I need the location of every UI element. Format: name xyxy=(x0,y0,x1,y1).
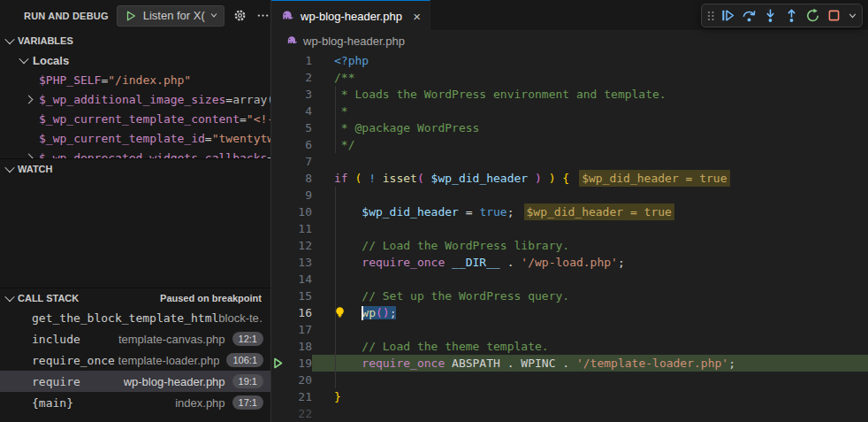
code-editor[interactable]: 1<?php2/**3 * Loads the WordPress enviro… xyxy=(271,50,868,422)
glyph-margin[interactable] xyxy=(271,271,286,288)
line-number[interactable]: 22 xyxy=(286,405,312,422)
line-number[interactable]: 12 xyxy=(286,237,312,254)
code-line[interactable]: 18 // Load the theme template. xyxy=(271,338,868,355)
glyph-margin[interactable] xyxy=(271,153,286,170)
code-line[interactable]: 5 * @package WordPress xyxy=(271,119,868,136)
step-over-icon[interactable] xyxy=(739,5,759,26)
code-line[interactable]: 6 */ xyxy=(271,136,868,153)
code-line[interactable]: 14 xyxy=(271,271,868,288)
code-line[interactable]: 15 // Set up the WordPress query. xyxy=(271,288,868,304)
continue-icon[interactable] xyxy=(718,5,738,26)
line-number[interactable]: 18 xyxy=(286,338,312,355)
line-number[interactable]: 20 xyxy=(286,372,312,388)
code-line[interactable]: 1<?php xyxy=(271,52,868,69)
line-number[interactable]: 4 xyxy=(286,103,312,119)
glyph-margin[interactable] xyxy=(271,220,286,237)
debug-start-icon[interactable] xyxy=(122,7,140,25)
breadcrumb[interactable]: wp-blog-header.php xyxy=(271,31,868,50)
line-number[interactable]: 2 xyxy=(286,69,312,86)
glyph-margin[interactable] xyxy=(271,355,286,372)
glyph-margin[interactable] xyxy=(271,103,286,119)
variables-section-header[interactable]: VARIABLES xyxy=(0,31,270,50)
call-stack-frame[interactable]: {main}index.php17:1 xyxy=(0,392,270,413)
call-stack-frame[interactable]: get_the_block_template_htmlblock-te… xyxy=(0,307,270,328)
code-line[interactable]: 2/** xyxy=(271,69,868,86)
code-line[interactable]: 7 xyxy=(271,153,868,170)
code-line[interactable]: 9 xyxy=(271,187,868,203)
code-line[interactable]: 21} xyxy=(271,388,868,405)
code-line[interactable]: 13 require_once __DIR__ . '/wp-load.php'… xyxy=(271,254,868,271)
glyph-margin[interactable] xyxy=(271,304,286,321)
code-line[interactable]: 11 xyxy=(271,220,868,237)
call-stack-frame[interactable]: includetemplate-canvas.php12:1 xyxy=(0,328,270,349)
code-line[interactable]: 8if ( ! isset( $wp_did_header ) ) {$wp_d… xyxy=(271,170,868,187)
drag-grip-icon[interactable] xyxy=(704,5,717,26)
restart-icon[interactable] xyxy=(803,5,823,26)
glyph-margin[interactable] xyxy=(271,372,286,388)
glyph-margin[interactable] xyxy=(271,69,286,86)
glyph-margin[interactable] xyxy=(271,119,286,136)
stop-icon[interactable] xyxy=(824,5,844,26)
close-icon[interactable]: × xyxy=(413,10,421,23)
glyph-margin[interactable] xyxy=(271,203,286,220)
code-line[interactable]: 22 xyxy=(271,405,868,422)
code-line[interactable]: 3 * Loads the WordPress environment and … xyxy=(271,86,868,103)
line-number[interactable]: 10 xyxy=(286,203,312,220)
line-number[interactable]: 9 xyxy=(286,187,312,203)
call-stack-section-header[interactable]: CALL STACK Paused on breakpoint xyxy=(0,288,270,307)
call-stack-frame[interactable]: require_oncetemplate-loader.php106:1 xyxy=(0,349,270,371)
code-line[interactable]: 10 $wp_did_header = true;$wp_did_header … xyxy=(271,203,868,220)
line-number[interactable]: 17 xyxy=(286,321,312,338)
line-number[interactable]: 21 xyxy=(286,388,312,405)
ellipsis-icon[interactable] xyxy=(255,7,271,25)
line-number[interactable]: 3 xyxy=(286,86,312,103)
code-token xyxy=(424,172,431,185)
line-number[interactable]: 1 xyxy=(286,52,312,69)
step-out-icon[interactable] xyxy=(781,5,802,26)
scope-locals[interactable]: Locals xyxy=(0,50,270,70)
variable-row[interactable]: $_wp_deprecated_widgets_callbacks = arr… xyxy=(0,148,270,158)
code-line[interactable]: 17 xyxy=(271,321,868,338)
glyph-margin[interactable] xyxy=(271,288,286,304)
chevron-down-icon[interactable] xyxy=(845,5,859,26)
code-line[interactable]: 20 xyxy=(271,372,868,388)
glyph-margin[interactable] xyxy=(271,136,286,153)
step-into-icon[interactable] xyxy=(760,5,780,26)
glyph-margin[interactable] xyxy=(271,170,286,187)
watch-section-header[interactable]: WATCH xyxy=(0,158,270,178)
glyph-margin[interactable] xyxy=(271,52,286,69)
line-number[interactable]: 14 xyxy=(286,271,312,288)
glyph-margin[interactable] xyxy=(271,321,286,338)
line-number[interactable]: 5 xyxy=(286,119,312,136)
line-number[interactable]: 6 xyxy=(286,136,312,153)
line-number[interactable]: 16 xyxy=(286,304,312,321)
variable-row[interactable]: $PHP_SELF = "/index.php" xyxy=(0,70,270,89)
glyph-margin[interactable] xyxy=(271,237,286,254)
variable-row[interactable]: $_wp_additional_image_sizes = array(2) xyxy=(0,89,270,109)
glyph-margin[interactable] xyxy=(271,388,286,405)
tab-wp-blog-header[interactable]: wp-blog-header.php × xyxy=(271,0,430,31)
gear-icon[interactable] xyxy=(232,7,249,25)
line-number[interactable]: 15 xyxy=(286,288,312,304)
code-line[interactable]: 19 require_once ABSPATH . WPINC . '/temp… xyxy=(271,355,868,372)
call-stack-frame[interactable]: requirewp-blog-header.php19:1 xyxy=(0,371,270,392)
variable-row[interactable]: $_wp_current_template_id = "twentytwent… xyxy=(0,128,270,148)
code-line[interactable]: 12 // Load the WordPress library. xyxy=(271,237,868,254)
glyph-margin[interactable] xyxy=(271,338,286,355)
line-number[interactable]: 8 xyxy=(286,170,312,187)
code-line[interactable]: 16 wp(); xyxy=(271,304,868,321)
chevron-down-icon[interactable] xyxy=(209,8,219,24)
glyph-margin[interactable] xyxy=(271,86,286,103)
line-number[interactable]: 13 xyxy=(286,254,312,271)
glyph-margin[interactable] xyxy=(271,254,286,271)
line-number[interactable]: 19 xyxy=(286,355,312,372)
variable-row[interactable]: $_wp_current_template_content = "<!-- w… xyxy=(0,109,270,128)
glyph-margin[interactable] xyxy=(271,187,286,203)
debug-config-dropdown[interactable]: Listen for X( xyxy=(143,9,205,22)
code-line[interactable]: 4 * xyxy=(271,103,868,119)
line-number[interactable]: 7 xyxy=(286,153,312,170)
equals-sign: = xyxy=(267,151,270,159)
code-token xyxy=(334,205,362,219)
line-number[interactable]: 11 xyxy=(286,220,312,237)
glyph-margin[interactable] xyxy=(271,405,286,422)
